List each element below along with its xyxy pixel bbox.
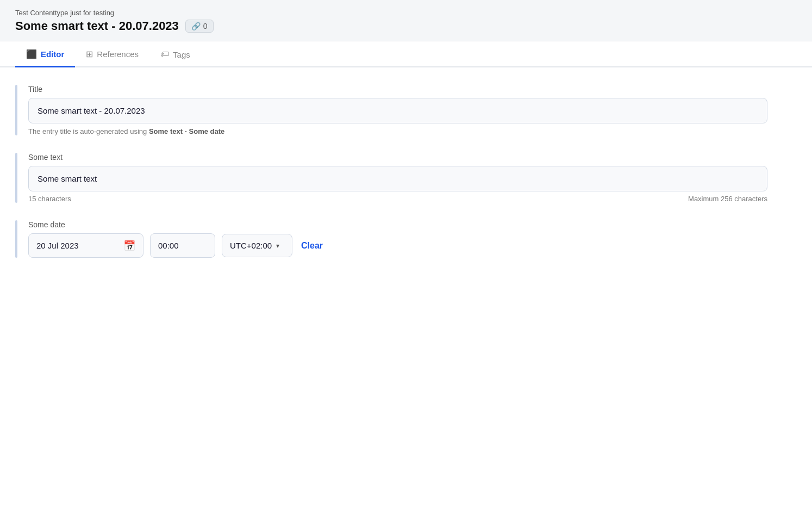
timezone-chevron-down-icon: ▾ bbox=[276, 242, 279, 250]
char-count-row: 15 characters Maximum 256 characters bbox=[28, 195, 767, 203]
tab-references[interactable]: ⊞ References bbox=[75, 41, 149, 67]
tab-editor-label: Editor bbox=[41, 49, 64, 59]
link-count: 0 bbox=[203, 22, 208, 30]
link-badge: 🔗 0 bbox=[185, 20, 214, 33]
chain-icon: 🔗 bbox=[191, 22, 201, 30]
entry-title: Some smart text - 20.07.2023 bbox=[15, 19, 179, 33]
tab-tags-label: Tags bbox=[173, 50, 190, 59]
char-count: 15 characters bbox=[28, 195, 71, 203]
tab-tags[interactable]: 🏷 Tags bbox=[149, 42, 201, 67]
date-input-row: 📅 UTC+02:00 ▾ Clear bbox=[28, 233, 767, 258]
some-text-field-bar bbox=[15, 153, 17, 203]
some-date-field-section: Some date 📅 UTC+02:00 ▾ Clear bbox=[15, 220, 767, 258]
calendar-button[interactable]: 📅 bbox=[116, 234, 143, 257]
tab-editor[interactable]: ⬛ Editor bbox=[15, 41, 75, 67]
title-field-body: Title The entry title is auto-generated … bbox=[28, 85, 767, 135]
some-text-field-body: Some text 15 characters Maximum 256 char… bbox=[28, 153, 767, 203]
time-input[interactable] bbox=[150, 233, 215, 258]
max-chars: Maximum 256 characters bbox=[688, 195, 767, 203]
editor-icon: ⬛ bbox=[26, 49, 37, 59]
content-type-label: Test Contenttype just for testing bbox=[15, 9, 797, 17]
page-header: Test Contenttype just for testing Some s… bbox=[0, 0, 812, 41]
title-field-bar bbox=[15, 85, 17, 135]
references-icon: ⊞ bbox=[86, 49, 93, 59]
date-input-wrapper: 📅 bbox=[28, 233, 143, 258]
some-text-field-label: Some text bbox=[28, 153, 767, 162]
date-text-input[interactable] bbox=[29, 234, 116, 257]
tab-references-label: References bbox=[97, 49, 139, 59]
some-date-field-label: Some date bbox=[28, 220, 767, 229]
timezone-select[interactable]: UTC+02:00 ▾ bbox=[222, 234, 292, 257]
some-date-field-bar bbox=[15, 220, 17, 258]
tabs-bar: ⬛ Editor ⊞ References 🏷 Tags bbox=[0, 41, 812, 67]
some-text-input[interactable] bbox=[28, 166, 767, 191]
timezone-label: UTC+02:00 bbox=[230, 241, 272, 250]
title-field-section: Title The entry title is auto-generated … bbox=[15, 85, 767, 135]
title-hint: The entry title is auto-generated using … bbox=[28, 127, 767, 135]
calendar-icon: 📅 bbox=[123, 240, 135, 252]
some-text-field-section: Some text 15 characters Maximum 256 char… bbox=[15, 153, 767, 203]
title-hint-strong: Some text - Some date bbox=[149, 127, 224, 135]
main-content: Title The entry title is auto-generated … bbox=[0, 67, 783, 297]
title-hint-prefix: The entry title is auto-generated using bbox=[28, 127, 147, 135]
clear-button[interactable]: Clear bbox=[299, 241, 325, 251]
title-field-label: Title bbox=[28, 85, 767, 94]
some-date-field-body: Some date 📅 UTC+02:00 ▾ Clear bbox=[28, 220, 767, 258]
tags-icon: 🏷 bbox=[160, 49, 169, 59]
title-input[interactable] bbox=[28, 98, 767, 123]
